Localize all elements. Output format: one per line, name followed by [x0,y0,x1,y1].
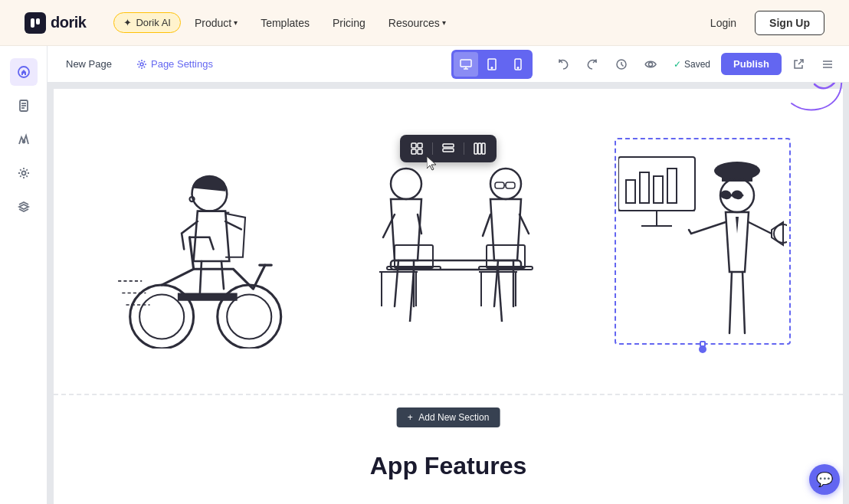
meeting-illustration [345,134,567,349]
svg-point-15 [491,67,493,68]
svg-rect-63 [474,143,477,154]
toolbar-actions: ✓ Saved Publish [551,52,840,77]
svg-point-56 [774,224,787,243]
sidebar-icon-layers[interactable] [10,193,38,221]
logo-text: dorik [51,14,86,31]
ft-icon-1[interactable] [408,139,426,158]
menu-icon [821,58,834,70]
chat-icon: 💬 [816,471,833,488]
svg-rect-39 [495,182,504,188]
desktop-view-button[interactable] [454,52,478,77]
svg-rect-65 [482,143,485,154]
svg-rect-1 [36,18,40,25]
ft-divider-1 [432,142,433,155]
signup-button[interactable]: Sign Up [755,11,824,35]
svg-rect-49 [654,176,663,203]
nav-resources[interactable]: Resources ▾ [379,12,455,34]
presenter-illustration [618,134,787,349]
settings-icon [136,59,147,70]
floating-toolbar [400,135,497,162]
eye-icon [644,58,657,70]
page-settings-button[interactable]: Page Settings [127,54,222,74]
mobile-icon [512,58,524,70]
grid-icon-3 [474,142,486,155]
svg-line-20 [798,60,803,64]
svg-rect-59 [411,149,416,154]
sidebar-icon-design[interactable] [10,126,38,153]
svg-rect-0 [31,18,34,28]
publish-button[interactable]: Publish [721,53,782,75]
svg-rect-58 [418,143,422,148]
svg-point-17 [517,67,519,68]
ft-divider-2 [464,142,464,155]
ft-icon-3[interactable] [470,139,489,158]
new-page-tab[interactable]: New Page [57,54,121,74]
ai-star-icon: ✦ [123,17,132,28]
editor-toolbar: New Page Page Settings [48,46,849,83]
nav-actions: Login Sign Up [701,11,824,35]
svg-rect-64 [478,143,481,154]
logo[interactable]: dorik [25,12,86,34]
saved-badge: ✓ Saved [667,59,716,70]
preview-button[interactable] [638,52,663,77]
history-button[interactable] [609,52,634,77]
tablet-view-button[interactable] [480,52,504,77]
svg-point-33 [391,169,421,199]
nav-ai-button[interactable]: ✦ Dorik AI [113,12,181,33]
svg-rect-48 [640,172,649,203]
sidebar-icon-home[interactable] [10,58,38,86]
nav-templates[interactable]: Templates [251,12,319,34]
tablet-icon [486,58,498,70]
redo-icon [586,58,598,70]
check-icon: ✓ [674,59,681,70]
app-features-title: App Features [370,452,526,480]
editor-shell: New Page Page Settings [48,46,849,504]
nav-product[interactable]: Product ▾ [185,12,247,34]
undo-icon [557,58,569,70]
scooter-illustration [110,134,293,349]
svg-line-32 [498,270,502,322]
chat-bubble[interactable]: 💬 [809,464,840,495]
svg-rect-57 [411,143,416,148]
presenter-container[interactable] [618,134,787,349]
left-sidebar [0,46,48,504]
grid-icon-1 [411,142,423,155]
undo-button[interactable] [551,52,575,77]
app-features-section: App Features [54,427,843,504]
top-navigation: dorik ✦ Dorik AI Product ▾ Templates Pri… [0,0,849,46]
add-section-button[interactable]: Add New Section [397,407,500,427]
svg-point-27 [228,294,272,339]
menu-button[interactable] [815,52,840,77]
grid-icon-2 [442,142,454,155]
logo-icon [25,12,46,34]
sidebar-icon-settings[interactable] [10,159,38,187]
login-button[interactable]: Login [701,12,746,34]
svg-point-10 [140,63,143,66]
canvas-area: Add New Section App Features [48,83,849,504]
svg-point-19 [649,62,653,66]
canvas-page: Add New Section App Features [54,89,843,504]
svg-rect-50 [667,169,677,203]
svg-point-26 [139,294,184,339]
svg-rect-62 [443,149,454,152]
external-link-icon [792,58,805,70]
svg-rect-47 [626,180,635,203]
svg-point-9 [21,172,25,175]
svg-rect-40 [506,182,515,188]
chevron-down-icon: ▾ [234,18,238,27]
ft-icon-2[interactable] [439,139,457,158]
desktop-icon [460,58,472,70]
redo-button[interactable] [580,52,605,77]
nav-pricing[interactable]: Pricing [323,12,375,34]
mobile-view-button[interactable] [506,52,530,77]
svg-rect-61 [443,144,454,147]
device-toggle [451,50,533,79]
external-link-button[interactable] [786,52,811,77]
svg-point-8 [22,141,25,143]
svg-rect-42 [487,245,525,268]
nav-links: ✦ Dorik AI Product ▾ Templates Pricing R… [113,12,700,34]
svg-rect-11 [461,60,471,67]
sidebar-icon-pages[interactable] [10,92,38,119]
svg-rect-60 [418,149,422,154]
history-icon [615,58,628,70]
